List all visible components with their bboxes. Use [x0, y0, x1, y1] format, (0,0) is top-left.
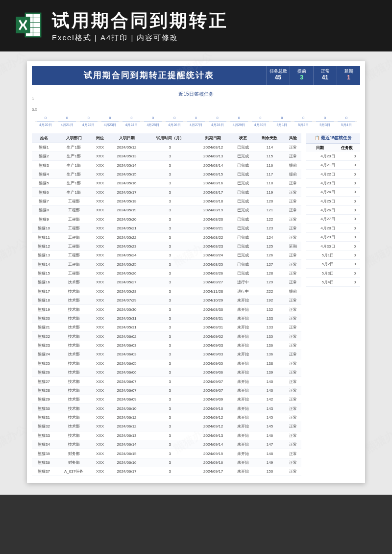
banner-stat: 延期1 [337, 66, 360, 85]
cell: 3 [145, 332, 195, 341]
cell: 熊猫16 [32, 278, 56, 287]
side-cell: 0 [349, 178, 360, 187]
table-row: 熊猫23技术部XXX2024/06/0332024/09/03未开始136正常 [32, 341, 301, 350]
risk-cell: 正常 [285, 386, 301, 395]
side-panel: 📋 最近15签核任务 日期 任务数 4月20日04月21日04月22日04月23… [306, 133, 360, 477]
cell: 2024/05/14 [108, 161, 145, 170]
status-cell: 未开始 [231, 323, 255, 332]
cell: 熊猫31 [32, 413, 56, 422]
cell: 2024/06/12 [108, 422, 145, 431]
risk-cell: 正常 [285, 323, 301, 332]
risk-cell: 正常 [285, 296, 301, 304]
cell: 2024/08/17 [195, 188, 232, 197]
cell: 工程部 [56, 260, 92, 269]
cell: XXX [92, 422, 108, 431]
cell: 熊猫17 [32, 287, 56, 296]
cell: 熊猫2 [32, 151, 56, 160]
cell: 熊猫36 [32, 458, 56, 467]
side-cell: 0 [349, 277, 360, 286]
risk-cell: 正常 [285, 440, 301, 449]
cell: 技术部 [56, 413, 92, 422]
chart-title: 近15日签核任务 [35, 91, 357, 98]
risk-cell: 正常 [285, 404, 301, 413]
cell: 2024/09/12 [195, 413, 232, 422]
cell: 熊猫26 [32, 368, 56, 377]
side-cell: 4月27日 [306, 215, 349, 224]
cell: 2024/05/22 [108, 233, 145, 242]
risk-cell: 正常 [285, 224, 301, 232]
cell: 财务部 [56, 458, 92, 467]
table-row: 熊猫2生产1部XXX2024/05/1332024/08/13已完成115正常 [32, 151, 301, 160]
side-table: 4月20日04月21日04月22日04月23日04月24日04月25日04月26… [306, 152, 360, 287]
cell: 熊猫6 [32, 188, 56, 197]
table-row: 熊猫32技术部XXX2024/06/1232024/09/12未开始145正常 [32, 422, 301, 431]
cell: 2024/08/26 [195, 269, 232, 277]
cell: 技术部 [56, 314, 92, 323]
table-row: 熊猫26技术部XXX2024/06/0632024/09/06未开始139正常 [32, 368, 301, 377]
cell: 3 [145, 188, 195, 197]
cell: 2024/08/27 [195, 278, 232, 287]
cell: 122 [255, 215, 285, 224]
table-row: 熊猫19技术部XXX2024/05/3032024/08/30未开始132正常 [32, 305, 301, 314]
side-cell: 0 [349, 224, 360, 232]
cell: 2024/08/20 [195, 215, 232, 224]
side-cell: 0 [349, 242, 360, 251]
table-row: 熊猫13工程部XXX2024/05/2432024/08/24已完成126正常 [32, 251, 301, 260]
risk-cell: 正常 [285, 341, 301, 350]
status-cell: 未开始 [231, 296, 255, 304]
table-row: 熊猫4生产1部XXX2024/05/1532024/08/15已完成117提前 [32, 170, 301, 178]
status-cell: 已完成 [231, 269, 255, 277]
cell: 3 [145, 341, 195, 350]
risk-cell: 正常 [285, 260, 301, 269]
cell: 140 [255, 377, 285, 386]
cell: 熊猫37 [32, 467, 56, 476]
table-row: 熊猫31技术部XXX2024/06/1232024/09/12未开始145正常 [32, 413, 301, 422]
cell: 121 [255, 206, 285, 215]
cell: 技术部 [56, 368, 92, 377]
risk-cell: 正常 [285, 314, 301, 323]
cell: 140 [255, 386, 285, 395]
status-cell: 未开始 [231, 422, 255, 431]
cell: 2024/05/19 [108, 206, 145, 215]
cell: XXX [92, 206, 108, 215]
side-cell: 4月25日 [306, 197, 349, 205]
table-row: 熊猫37A_037任务XXX2024/06/1732024/09/17未开始15… [32, 467, 301, 476]
cell: 3 [145, 242, 195, 251]
status-cell: 已完成 [231, 197, 255, 205]
cell: 2024/07/29 [108, 296, 145, 304]
cell: XXX [92, 467, 108, 476]
cell: 2024/06/12 [108, 413, 145, 422]
risk-cell: 正常 [285, 305, 301, 314]
cell: 3 [145, 224, 195, 232]
status-cell: 已完成 [231, 260, 255, 269]
col-header: 到期日期 [195, 133, 232, 143]
cell: 116 [255, 161, 285, 170]
cell: 技术部 [56, 332, 92, 341]
cell: 工程部 [56, 197, 92, 205]
side-cell: 5月2日 [306, 260, 349, 269]
cell: 熊猫4 [32, 170, 56, 178]
x-tick: 4月29日 [228, 123, 250, 127]
status-cell: 已完成 [231, 233, 255, 242]
cell: 2024/08/13 [195, 151, 232, 160]
cell: 3 [145, 161, 195, 170]
cell: 技术部 [56, 350, 92, 359]
cell: 145 [255, 413, 285, 422]
side-cell: 4月23日 [306, 178, 349, 187]
cell: 149 [255, 458, 285, 467]
status-cell: 已完成 [231, 170, 255, 178]
cell: 熊猫9 [32, 215, 56, 224]
status-cell: 未开始 [231, 458, 255, 467]
x-tick: 5月2日 [293, 123, 314, 127]
cell: 技术部 [56, 278, 92, 287]
cell: 2024/05/24 [108, 251, 145, 260]
table-row: 熊猫17技术部XXX2024/05/2832024/11/28进行中222提前 [32, 287, 301, 296]
table-row: 熊猫25技术部XXX2024/06/0532024/09/05未开始138正常 [32, 359, 301, 368]
cell: 114 [255, 143, 285, 151]
status-cell: 未开始 [231, 395, 255, 404]
side-row: 4月22日0 [306, 170, 360, 178]
cell: 3 [145, 143, 195, 151]
cell: XXX [92, 242, 108, 251]
cell: 技术部 [56, 305, 92, 314]
cell: 124 [255, 233, 285, 242]
